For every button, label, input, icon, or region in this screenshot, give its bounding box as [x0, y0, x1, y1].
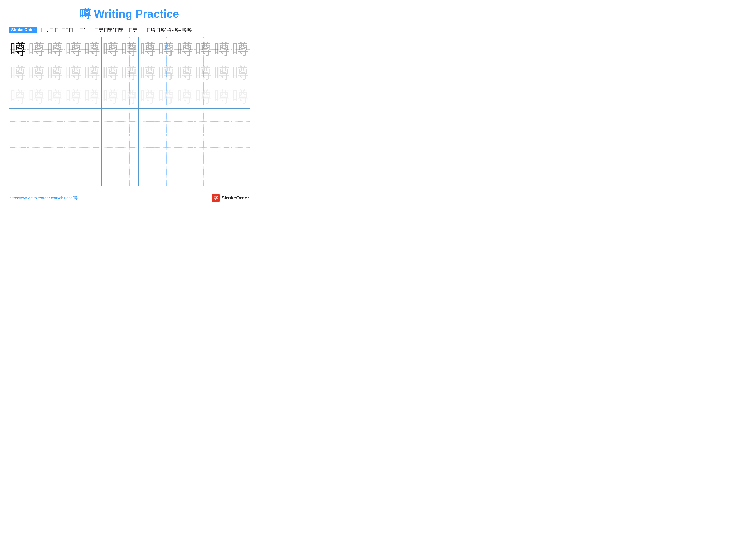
cell-r2-c13: 噂: [231, 61, 250, 85]
cell-r5-c7[interactable]: [120, 135, 139, 160]
stroke-step-4: 口`: [55, 27, 61, 33]
char-display: 噂: [196, 89, 211, 105]
char-display: 噂: [10, 65, 26, 81]
cell-r4-c6[interactable]: [101, 109, 120, 135]
cell-r1-c1: 噂: [9, 38, 27, 61]
char-display: 噂: [47, 89, 63, 105]
stroke-step-3: 口: [50, 27, 54, 33]
cell-r4-c5[interactable]: [83, 109, 101, 135]
cell-r4-c1[interactable]: [9, 109, 27, 135]
cell-r5-c3[interactable]: [46, 135, 65, 160]
cell-r3-c2: 噂: [27, 85, 46, 109]
cell-r2-c5: 噂: [83, 61, 101, 85]
cell-r6-c10[interactable]: [176, 160, 194, 186]
cell-r6-c3[interactable]: [46, 160, 65, 186]
stroke-step-10: 口宁⌒: [115, 27, 128, 33]
stroke-step-2: 冂: [44, 27, 49, 33]
cell-r4-c4[interactable]: [65, 109, 83, 135]
char-display: 噂: [10, 89, 26, 105]
char-display: 噂: [47, 65, 63, 81]
char-display: 噂: [29, 89, 44, 105]
footer-url[interactable]: https://www.strokeorder.com/chinese/噂: [10, 195, 78, 201]
char-display: 噂: [85, 41, 100, 57]
cell-r3-c1: 噂: [9, 85, 27, 109]
footer: https://www.strokeorder.com/chinese/噂 字 …: [9, 194, 250, 202]
cell-r5-c10[interactable]: [176, 135, 194, 160]
cell-r6-c1[interactable]: [9, 160, 27, 186]
cell-r4-c3[interactable]: [46, 109, 65, 135]
cell-r5-c12[interactable]: [213, 135, 231, 160]
cell-r5-c11[interactable]: [194, 135, 213, 160]
char-display: 噂: [214, 89, 230, 105]
char-display: 噂: [177, 89, 193, 105]
char-display: 噂: [85, 65, 100, 81]
stroke-step-1: 丨: [39, 27, 43, 33]
char-display: 噂: [66, 41, 81, 57]
char-display: 噂: [159, 41, 174, 57]
cell-r1-c5: 噂: [83, 38, 101, 61]
char-display: 噂: [85, 89, 100, 105]
cell-r4-c9[interactable]: [157, 109, 176, 135]
cell-r2-c7: 噂: [120, 61, 139, 85]
cell-r6-c5[interactable]: [83, 160, 101, 186]
cell-r1-c10: 噂: [176, 38, 194, 61]
cell-r3-c6: 噂: [101, 85, 120, 109]
char-display: 噂: [103, 41, 119, 57]
stroke-step-14: 噂≡: [167, 27, 174, 33]
brand: 字 StrokeOrder: [212, 194, 249, 202]
cell-r6-c8[interactable]: [139, 160, 157, 186]
char-display: 噂: [214, 65, 230, 81]
cell-r5-c9[interactable]: [157, 135, 176, 160]
cell-r5-c1[interactable]: [9, 135, 27, 160]
char-display: 噂: [103, 89, 119, 105]
char-display: 噂: [140, 89, 156, 105]
stroke-step-8: 口宁: [94, 27, 103, 33]
cell-r1-c11: 噂: [194, 38, 213, 61]
page-title: 噂 Writing Practice: [9, 7, 250, 21]
stroke-step-15: 噂≡: [175, 27, 181, 33]
cell-r1-c3: 噂: [46, 38, 65, 61]
cell-r6-c7[interactable]: [120, 160, 139, 186]
cell-r6-c2[interactable]: [27, 160, 46, 186]
cell-r6-c4[interactable]: [65, 160, 83, 186]
cell-r6-c13[interactable]: [231, 160, 250, 186]
cell-r3-c13: 噂: [231, 85, 250, 109]
stroke-step-16: 噂: [182, 27, 187, 33]
cell-r4-c13[interactable]: [231, 109, 250, 135]
char-display: 噂: [122, 65, 137, 81]
char-display: 噂: [214, 41, 230, 57]
char-display: 噂: [140, 41, 156, 57]
cell-r4-c2[interactable]: [27, 109, 46, 135]
char-display: 噂: [196, 41, 211, 57]
cell-r3-c11: 噂: [194, 85, 213, 109]
cell-r5-c13[interactable]: [231, 135, 250, 160]
cell-r5-c8[interactable]: [139, 135, 157, 160]
stroke-step-5: 口`ˋ: [62, 27, 68, 33]
char-display: 噂: [122, 41, 137, 57]
cell-r4-c7[interactable]: [120, 109, 139, 135]
cell-r6-c9[interactable]: [157, 160, 176, 186]
cell-r1-c9: 噂: [157, 38, 176, 61]
cell-r2-c6: 噂: [101, 61, 120, 85]
stroke-order-row: Stroke Order 丨 冂 口 口` 口`ˋ 口ˋ⌒ 口ˋ⌒→ 口宁 口宁…: [9, 27, 250, 33]
char-display: 噂: [177, 41, 193, 57]
cell-r4-c8[interactable]: [139, 109, 157, 135]
cell-r4-c10[interactable]: [176, 109, 194, 135]
cell-r5-c2[interactable]: [27, 135, 46, 160]
cell-r5-c5[interactable]: [83, 135, 101, 160]
char-display: 噂: [29, 65, 44, 81]
cell-r4-c12[interactable]: [213, 109, 231, 135]
cell-r5-c4[interactable]: [65, 135, 83, 160]
cell-r3-c3: 噂: [46, 85, 65, 109]
char-display: 噂: [122, 89, 137, 105]
cell-r6-c12[interactable]: [213, 160, 231, 186]
cell-r6-c6[interactable]: [101, 160, 120, 186]
cell-r4-c11[interactable]: [194, 109, 213, 135]
char-display: 噂: [10, 41, 26, 57]
cell-r3-c4: 噂: [65, 85, 83, 109]
char-display: 噂: [233, 41, 248, 57]
cell-r5-c6[interactable]: [101, 135, 120, 160]
cell-r6-c11[interactable]: [194, 160, 213, 186]
practice-row-1: 噂 噂 噂 噂 噂 噂 噂 噂 噂 噂 噂 噂 噂: [9, 38, 250, 61]
char-display: 噂: [66, 89, 81, 105]
